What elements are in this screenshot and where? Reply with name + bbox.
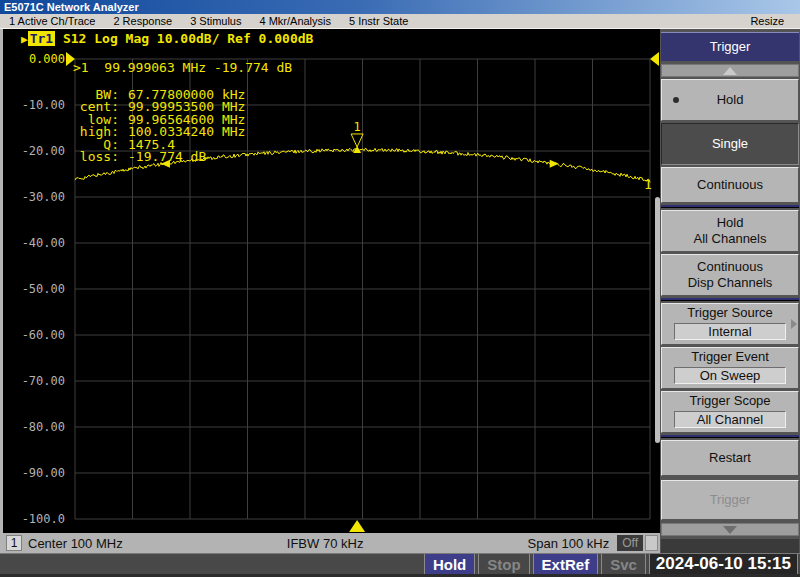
- window-title-bar: E5071C Network Analyzer: [0, 0, 800, 14]
- softkey-label: Trigger Event: [662, 349, 798, 365]
- window-title: E5071C Network Analyzer: [4, 1, 139, 13]
- ref-level-right-pointer-icon: [650, 52, 659, 66]
- channel-status-bar: 1 Center 100 MHz IFBW 70 kHz Span 100 kH…: [3, 533, 660, 553]
- softkey-group-divider: [661, 435, 799, 438]
- softkey-trigger-button-disabled: Trigger: [661, 480, 799, 520]
- trigger-event-value: On Sweep: [674, 367, 786, 384]
- marker1-readout: >1 99.999063 MHz -19.774 dB: [73, 61, 292, 74]
- trigger-scope-value: All Channel: [674, 411, 786, 428]
- marker-stimulus-indicator-icon[interactable]: [349, 520, 365, 532]
- status-hold-indicator: Hold: [424, 554, 475, 574]
- softkey-menu: Trigger Hold Single Continuous Hold All …: [660, 29, 800, 553]
- softkey-trigger-event-button[interactable]: Trigger Event On Sweep: [661, 347, 799, 389]
- softkey-trigger-scope-button[interactable]: Trigger Scope All Channel: [661, 391, 799, 433]
- softkey-label: Trigger Source: [662, 305, 798, 321]
- app-window: E5071C Network Analyzer 1 Active Ch/Trac…: [0, 0, 800, 577]
- center-frequency-readout[interactable]: Center 100 MHz: [28, 536, 123, 551]
- softkey-menu-title: Trigger: [661, 32, 799, 61]
- softkey-label-line2: Disp Channels: [662, 275, 798, 291]
- marker1-number: 1: [353, 120, 360, 134]
- menu-bar: 1 Active Ch/Trace 2 Response 3 Stimulus …: [0, 14, 800, 29]
- menu-stimulus[interactable]: 3 Stimulus: [181, 14, 250, 29]
- bandwidth-readout: BW:67.77800000 kHz cent:99.99953500 MHz …: [73, 89, 245, 163]
- softkey-label-line1: Hold: [662, 215, 798, 231]
- softkey-scroll-down-button[interactable]: [661, 523, 799, 536]
- softkey-continuous-disp-channels-button[interactable]: Continuous Disp Channels: [661, 254, 799, 296]
- selected-bullet-icon: [673, 97, 679, 103]
- instrument-screen: ▶Tr1 S12 Log Mag 10.00dB/ Ref 0.000dB 0.…: [0, 29, 660, 553]
- softkey-label: Trigger: [662, 492, 798, 508]
- menu-active-ch-trace[interactable]: 1 Active Ch/Trace: [0, 14, 104, 29]
- ifbw-readout[interactable]: IFBW 70 kHz: [287, 536, 364, 551]
- softkey-scrollbar-thumb[interactable]: [655, 197, 660, 443]
- menu-response[interactable]: 2 Response: [104, 14, 181, 29]
- loss-row: loss:-19.774 dB: [73, 151, 245, 163]
- softkey-label: Trigger Scope: [662, 393, 798, 409]
- softkey-label: Hold: [662, 92, 798, 108]
- status-extref-indicator: ExtRef: [533, 554, 599, 574]
- softkey-trigger-source-button[interactable]: Trigger Source Internal: [661, 303, 799, 345]
- softkey-hold-all-channels-button[interactable]: Hold All Channels: [661, 210, 799, 252]
- span-readout[interactable]: Span 100 kHz: [528, 536, 610, 551]
- softkey-group-divider: [661, 298, 799, 301]
- softkey-hold-button[interactable]: Hold: [661, 79, 799, 121]
- status-stop-indicator: Stop: [478, 554, 529, 574]
- softkey-group-divider: [661, 205, 799, 208]
- softkey-label: Single: [662, 136, 798, 152]
- loss-value: -19.774 dB: [119, 151, 206, 163]
- channel-bar-end-box: [645, 535, 658, 551]
- menu-mkr-analysis[interactable]: 4 Mkr/Analysis: [250, 14, 340, 29]
- softkey-label: Continuous: [662, 177, 798, 193]
- softkey-restart-button[interactable]: Restart: [661, 440, 799, 476]
- softkey-continuous-button[interactable]: Continuous: [661, 167, 799, 203]
- trigger-source-value: Internal: [674, 323, 786, 340]
- status-datetime: 2024-06-10 15:15: [649, 554, 798, 574]
- submenu-arrow-icon: [791, 319, 797, 329]
- system-status-bar: Hold Stop ExtRef Svc 2024-06-10 15:15: [0, 553, 800, 577]
- off-badge: Off: [617, 535, 643, 551]
- scroll-down-icon: [723, 526, 737, 534]
- menu-resize[interactable]: Resize: [741, 14, 793, 29]
- status-svc-indicator: Svc: [601, 554, 646, 574]
- menu-instr-state[interactable]: 5 Instr State: [340, 14, 417, 29]
- channel-number-box: 1: [6, 535, 22, 551]
- scroll-up-icon: [723, 67, 737, 75]
- trace-end-number: 1: [644, 177, 652, 192]
- softkey-label-line1: Continuous: [662, 259, 798, 275]
- softkey-label-line2: All Channels: [662, 231, 798, 247]
- bw-high-marker-icon: [550, 160, 559, 168]
- softkey-scroll-up-button[interactable]: [661, 64, 799, 77]
- marker1-icon[interactable]: [351, 134, 363, 147]
- softkey-label: Restart: [662, 450, 798, 466]
- loss-label: loss:: [73, 151, 119, 163]
- softkey-single-button[interactable]: Single: [661, 123, 799, 165]
